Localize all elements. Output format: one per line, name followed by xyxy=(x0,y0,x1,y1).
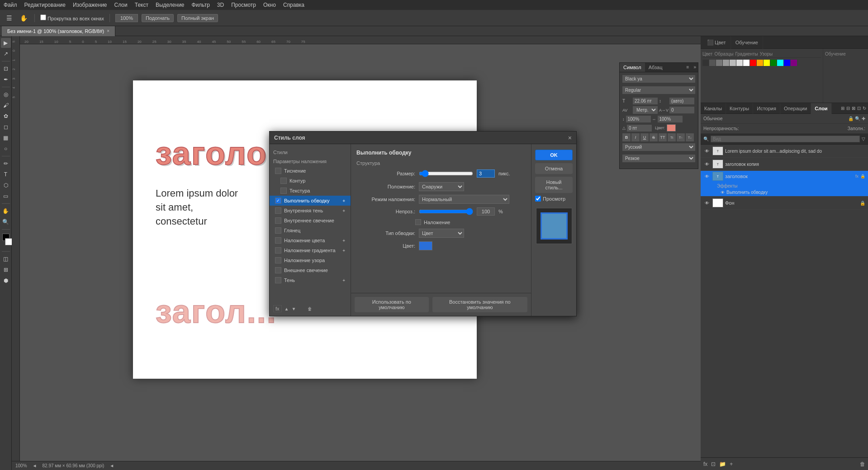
gradients-tab[interactable]: Образцы xyxy=(714,52,733,56)
zoom-input[interactable] xyxy=(115,14,138,22)
fx-eye-icon[interactable]: 👁 xyxy=(721,190,725,195)
new-group-icon[interactable]: 📁 xyxy=(719,461,726,467)
hand-tool-icon[interactable]: ✋ xyxy=(18,13,29,24)
tab-paragraph[interactable]: Абзац xyxy=(645,63,666,72)
style-check[interactable] xyxy=(275,237,281,244)
tool-direct[interactable]: ↗ xyxy=(1,49,11,59)
tool-brush[interactable]: 🖌 xyxy=(1,100,11,110)
new-layer-icon[interactable]: + xyxy=(730,461,733,467)
menu-image[interactable]: Изображение xyxy=(73,2,107,8)
style-ten[interactable]: Тень + xyxy=(270,275,351,285)
style-check[interactable] xyxy=(275,227,281,234)
tab-learn[interactable]: Обучение xyxy=(731,36,763,49)
superscript-btn[interactable]: T↑ xyxy=(677,133,685,141)
style-tesnenie[interactable]: Тиснение xyxy=(270,166,351,176)
style-kontur[interactable]: Контур xyxy=(270,176,351,186)
underline-btn[interactable]: U xyxy=(640,133,649,141)
subscript-btn[interactable]: T↓ xyxy=(686,133,694,141)
style-tekstura[interactable]: Текстура xyxy=(270,186,351,196)
style-vnutr-ten[interactable]: Внутренняя тень + xyxy=(270,206,351,216)
use-default-button[interactable]: Использовать по умолчанию xyxy=(355,297,429,312)
swatch-item[interactable] xyxy=(730,60,736,66)
font-style-select[interactable]: Regular xyxy=(622,86,695,94)
swatch-item[interactable] xyxy=(702,60,709,66)
style-check[interactable] xyxy=(275,217,281,224)
tool-hand[interactable]: ✋ xyxy=(1,206,11,216)
italic-btn[interactable]: I xyxy=(631,133,640,141)
overlap-checkbox[interactable] xyxy=(415,219,421,225)
tool-frame[interactable]: ⊞ xyxy=(1,265,11,275)
tool-dodge[interactable]: ○ xyxy=(1,144,11,154)
move-tool-icon[interactable]: ☰ xyxy=(4,13,14,24)
language-select[interactable]: Русский xyxy=(622,143,695,151)
size-value-input[interactable] xyxy=(477,169,495,178)
tool-mask[interactable]: ◫ xyxy=(1,254,11,264)
tab-close-icon[interactable]: × xyxy=(107,28,109,33)
layers-icon-4[interactable]: ⊡ xyxy=(857,106,861,111)
style-obvodka[interactable]: ✓ Выполнить обводку + xyxy=(270,196,351,206)
antialias-select[interactable]: Резкое xyxy=(622,155,695,162)
background-color[interactable] xyxy=(5,238,12,245)
leading-input[interactable] xyxy=(669,98,694,104)
menu-window[interactable]: Окно xyxy=(263,2,276,8)
add-mask-icon[interactable]: ⊡ xyxy=(711,461,716,467)
style-vnutr-svet[interactable]: Внутреннее свечение xyxy=(270,216,351,226)
ok-button[interactable]: OK xyxy=(535,150,573,160)
swatch-item[interactable] xyxy=(736,60,743,66)
menu-3d[interactable]: 3D xyxy=(217,2,224,8)
document-tab[interactable]: Без имени-1 @ 100% (заголовок, RGB/8#) × xyxy=(2,26,115,36)
fx-stroke-item[interactable]: 👁 Выполнить обводку xyxy=(717,189,865,195)
fx-down-btn[interactable]: ▼ xyxy=(291,306,296,311)
style-check[interactable] xyxy=(280,178,287,184)
patterns-tab[interactable]: Градиенты xyxy=(735,52,758,56)
menu-layers[interactable]: Слои xyxy=(114,2,128,8)
layers-icon-3[interactable]: ⊠ xyxy=(852,106,855,111)
tool-gradient[interactable]: ▦ xyxy=(1,133,11,143)
tool-clone[interactable]: ✿ xyxy=(1,111,11,121)
style-nalozhenie-uzora[interactable]: Наложение узора xyxy=(270,255,351,265)
swatch-item[interactable] xyxy=(743,60,749,66)
swatch-item[interactable] xyxy=(716,60,722,66)
paths-tab[interactable]: Контуры xyxy=(726,103,753,114)
fit-button[interactable]: Подогнать xyxy=(142,14,174,22)
layer-visibility-toggle[interactable]: 👁 xyxy=(703,147,711,155)
style-glyanets[interactable]: Глянец xyxy=(270,226,351,235)
layers-icon-2[interactable]: ⊟ xyxy=(846,106,850,111)
font-family-select[interactable]: Black ya xyxy=(622,75,695,83)
tool-zoom[interactable]: 🔍 xyxy=(1,217,11,227)
style-vnesh-svet[interactable]: Внешнее свечение xyxy=(270,265,351,275)
dialog-close-button[interactable]: × xyxy=(568,134,572,141)
tool-selection[interactable]: ▶ xyxy=(1,38,11,48)
layers-icon-5[interactable]: ↻ xyxy=(863,106,866,111)
fullscreen-button[interactable]: Полный экран xyxy=(177,14,218,22)
tool-pen[interactable]: ✏ xyxy=(1,159,11,169)
actions-tab[interactable]: Операции xyxy=(780,103,811,114)
swatch-item[interactable] xyxy=(764,60,770,66)
baseline-input[interactable] xyxy=(627,125,652,132)
layer-item-selected[interactable]: 👁 T заголовок fx 🔒 Эффекты xyxy=(701,171,868,197)
channels-tab[interactable]: Каналы xyxy=(701,103,726,114)
tool-heal[interactable]: ◎ xyxy=(1,89,11,99)
tab-color[interactable]: ⬛ Цвет xyxy=(702,36,731,49)
kerning-select[interactable]: Метр. xyxy=(633,106,658,114)
bold-btn[interactable]: B xyxy=(622,133,631,141)
layer-item[interactable]: 👁 T заголовок копия xyxy=(701,158,868,171)
arrow-icon[interactable]: ◄ xyxy=(33,463,37,468)
tool-shape[interactable]: ▭ xyxy=(1,191,11,201)
fx-label-btn[interactable]: fx xyxy=(273,305,282,312)
allcaps-btn[interactable]: TT xyxy=(659,133,667,141)
fx-up-btn[interactable]: ▲ xyxy=(285,306,289,311)
font-size-input[interactable] xyxy=(633,98,658,104)
menu-help[interactable]: Справка xyxy=(283,2,304,8)
swatch-item[interactable] xyxy=(770,60,777,66)
style-check[interactable] xyxy=(275,267,281,273)
style-check[interactable] xyxy=(275,247,281,254)
restore-default-button[interactable]: Восстановить значения по умолчанию xyxy=(432,297,527,312)
style-add-icon[interactable]: + xyxy=(342,198,345,203)
tool-text[interactable]: T xyxy=(1,169,11,179)
tracking-input[interactable] xyxy=(669,107,694,113)
menu-view[interactable]: Просмотр xyxy=(231,2,256,8)
style-add-icon-5[interactable]: + xyxy=(342,278,345,283)
strikethrough-btn[interactable]: S xyxy=(650,133,658,141)
cancel-button[interactable]: Отмена xyxy=(535,163,573,174)
